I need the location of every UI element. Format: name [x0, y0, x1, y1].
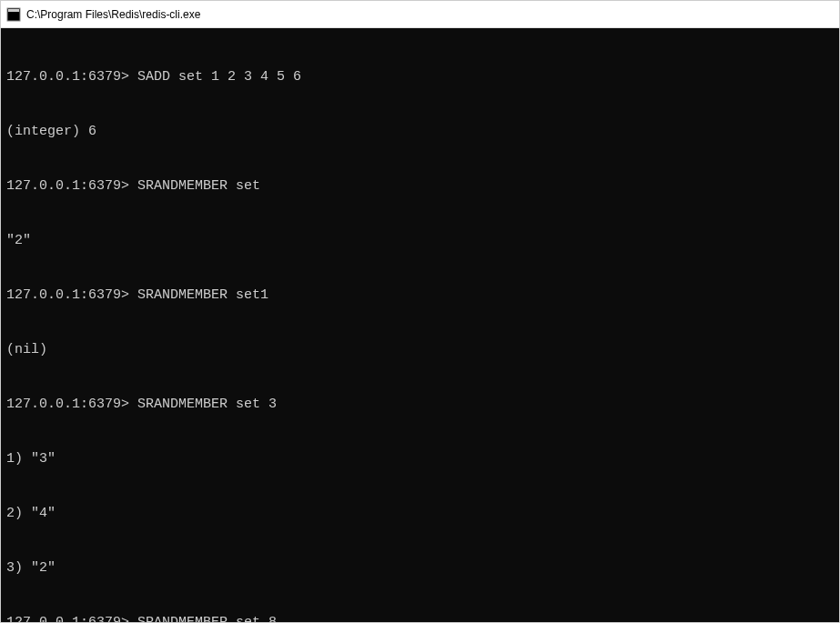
terminal-line: (integer) 6 — [6, 123, 834, 141]
terminal-line: 127.0.0.1:6379> SRANDMEMBER set 3 — [6, 396, 834, 414]
terminal-line: 127.0.0.1:6379> SRANDMEMBER set1 — [6, 286, 834, 305]
terminal-line: 127.0.0.1:6379> SADD set 1 2 3 4 5 6 — [6, 68, 834, 86]
terminal-line: 2) "4" — [6, 505, 834, 523]
terminal-line: 1) "3" — [6, 450, 834, 468]
terminal-line: (nil) — [6, 341, 834, 359]
titlebar[interactable]: C:\Program Files\Redis\redis-cli.exe — [1, 1, 839, 28]
window-title: C:\Program Files\Redis\redis-cli.exe — [26, 8, 200, 21]
svg-rect-1 — [8, 9, 19, 12]
terminal[interactable]: 127.0.0.1:6379> SADD set 1 2 3 4 5 6 (in… — [1, 28, 839, 622]
terminal-line: 127.0.0.1:6379> SRANDMEMBER set — [6, 177, 834, 196]
app-icon — [6, 7, 21, 22]
terminal-line: 3) "2" — [6, 559, 834, 578]
window: C:\Program Files\Redis\redis-cli.exe 127… — [0, 0, 840, 623]
terminal-line: "2" — [6, 232, 834, 250]
terminal-line: 127.0.0.1:6379> SRANDMEMBER set 8 — [6, 614, 834, 622]
